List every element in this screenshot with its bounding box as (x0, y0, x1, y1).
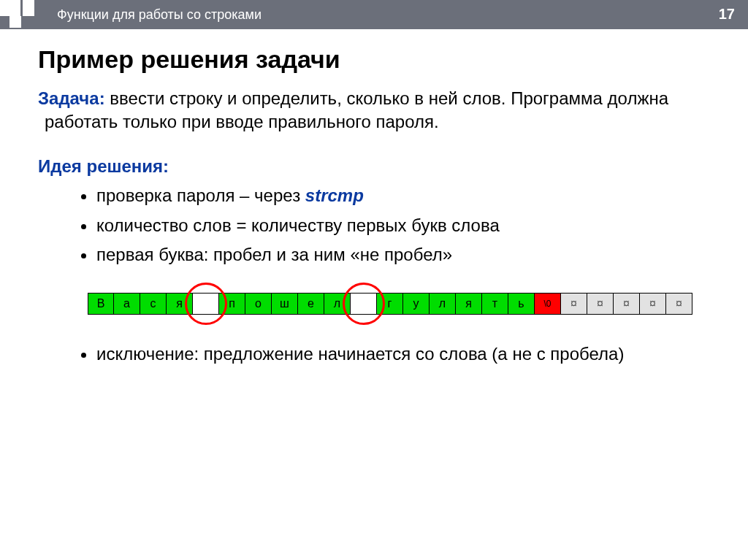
char-box: у (403, 293, 430, 315)
code-strcmp: strcmp (305, 185, 364, 205)
idea-list: проверка пароля – через strcmp количеств… (96, 184, 720, 266)
idea-list-continued: исключение: предложение начинается со сл… (96, 342, 720, 366)
slide-title: Пример решения задачи (38, 45, 748, 74)
decorative-squares (0, 0, 48, 29)
char-box: ш (272, 293, 298, 315)
char-box: т (482, 293, 508, 315)
task-paragraph: Задача: ввести строку и определить, скол… (38, 87, 720, 134)
item-text: первая буква: пробел и за ним «не пробел… (96, 245, 452, 264)
slide-content: Задача: ввести строку и определить, скол… (38, 87, 720, 367)
boxes-row: Вася пошел гулять\0¤¤¤¤¤ (88, 293, 692, 315)
char-box: я (167, 293, 193, 315)
char-box: п (219, 293, 245, 315)
char-box: е (298, 293, 324, 315)
char-box: г (377, 293, 403, 315)
char-box: ь (508, 293, 535, 315)
list-item: количество слов = количеству первых букв… (96, 214, 720, 237)
slide-header: Функции для работы со строками 17 (0, 0, 748, 29)
char-box (193, 293, 219, 315)
char-box: а (114, 293, 140, 315)
item-text: исключение: предложение начинается со сл… (96, 344, 624, 364)
char-box: ¤ (614, 293, 640, 315)
char-box: \0 (535, 293, 561, 315)
char-box: ¤ (561, 293, 587, 315)
char-box: ¤ (666, 293, 692, 315)
item-text: проверка пароля – через (96, 185, 305, 205)
string-boxes-diagram: Вася пошел гулять\0¤¤¤¤¤ (88, 278, 720, 331)
list-item: исключение: предложение начинается со сл… (96, 342, 720, 366)
char-box: ¤ (640, 293, 666, 315)
char-box: л (324, 293, 351, 315)
page-number: 17 (719, 6, 735, 23)
char-box (351, 293, 377, 315)
char-box: о (245, 293, 272, 315)
task-label: Задача: (38, 88, 105, 108)
header-topic: Функции для работы со строками (57, 7, 262, 23)
list-item: проверка пароля – через strcmp (96, 184, 720, 207)
item-text: количество слов = количеству первых букв… (96, 215, 500, 235)
char-box: ¤ (587, 293, 614, 315)
char-box: я (456, 293, 482, 315)
char-box: л (430, 293, 456, 315)
list-item: первая буква: пробел и за ним «не пробел… (96, 243, 720, 266)
idea-label: Идея решения: (38, 155, 720, 178)
char-box: с (140, 293, 167, 315)
task-text: ввести строку и определить, сколько в не… (45, 88, 668, 131)
char-box: В (88, 293, 114, 315)
